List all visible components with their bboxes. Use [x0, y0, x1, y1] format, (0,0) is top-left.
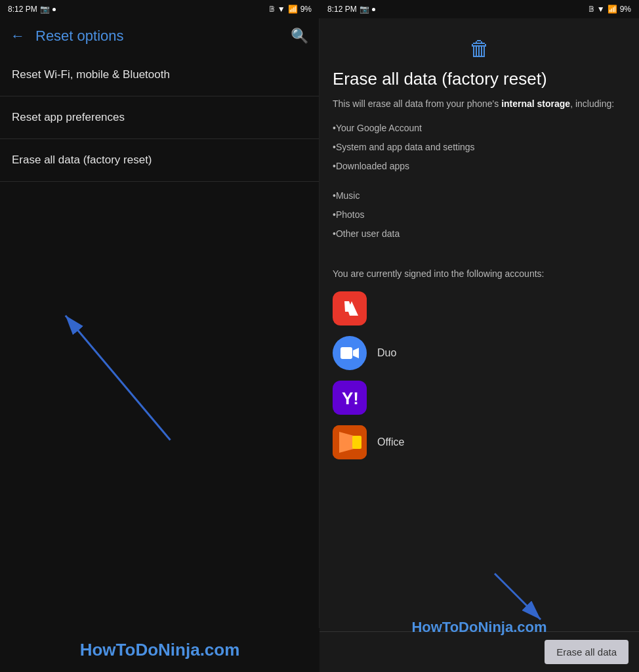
duo-icon	[333, 336, 367, 370]
right-panel: 🗑 Erase all data (factory reset) This wi…	[320, 18, 639, 672]
status-icons-left: 𝔹 ▼ 📶 9%	[267, 5, 312, 14]
signal-icon-right: 📶	[608, 5, 617, 14]
signed-in-text: You are currently signed into the follow…	[333, 267, 626, 281]
desc-start: This will erase all data from your phone…	[333, 98, 501, 109]
svg-marker-3	[353, 348, 359, 358]
menu-item-wifi[interactable]: Reset Wi-Fi, mobile & Bluetooth	[0, 54, 319, 96]
svg-rect-7	[352, 436, 361, 449]
svg-line-1	[66, 316, 171, 440]
status-bar-left: 8:12 PM 📷 𝔹 ▼ 📶 9%	[0, 0, 320, 18]
bullet-downloaded-apps: •Downloaded apps	[333, 159, 626, 173]
desc-bold: internal storage	[501, 98, 570, 109]
page-title: Reset options	[35, 28, 280, 45]
status-icons-right: 𝔹 ▼ 📶 9%	[588, 5, 631, 14]
right-content: 🗑 Erase all data (factory reset) This wi…	[320, 18, 639, 672]
left-panel: ← Reset options 🔍 Reset Wi-Fi, mobile & …	[0, 18, 320, 672]
battery-left: 9%	[300, 5, 312, 14]
section-gap-3	[333, 257, 626, 267]
bottom-bar: Erase all data	[320, 631, 639, 672]
duo-label: Duo	[377, 347, 396, 359]
section-gap	[333, 178, 626, 189]
factory-reset-title: Erase all data (factory reset)	[333, 69, 626, 89]
account-yahoo: Y!	[333, 381, 626, 415]
office-label: Office	[377, 436, 405, 448]
time-left: 8:12 PM	[8, 5, 37, 14]
trash-icon: 🗑	[469, 37, 490, 60]
adobe-icon	[333, 291, 367, 326]
yahoo-icon: Y!	[333, 381, 367, 415]
search-icon[interactable]: 🔍	[291, 28, 308, 45]
left-header: ← Reset options 🔍	[0, 18, 319, 54]
left-annotation	[0, 182, 319, 672]
account-adobe	[333, 291, 626, 326]
time-right: 8:12 PM	[327, 5, 357, 14]
section-gap-2	[333, 246, 626, 257]
status-bar-right: 8:12 PM 📷 𝔹 ▼ 📶 9%	[320, 0, 639, 18]
account-duo: Duo	[333, 336, 626, 370]
erase-all-data-button[interactable]: Erase all data	[545, 640, 629, 664]
bullet-other-user-data: •Other user data	[333, 227, 626, 241]
left-arrow-annotation	[0, 182, 319, 672]
bullet-google-account: •Your Google Account	[333, 121, 626, 135]
trash-icon-container: 🗑	[333, 37, 626, 61]
desc-end: , including:	[570, 98, 614, 109]
status-bar: 8:12 PM 📷 𝔹 ▼ 📶 9% 8:12 PM 📷 𝔹 ▼ 📶 9%	[0, 0, 639, 18]
office-icon	[333, 425, 367, 459]
factory-reset-description: This will erase all data from your phone…	[333, 97, 626, 111]
battery-right: 9%	[620, 5, 631, 14]
account-office: Office	[333, 425, 626, 459]
dot-left	[52, 8, 56, 11]
cam-icon-left: 📷	[40, 5, 50, 14]
signal-icon-left: 📶	[288, 5, 298, 14]
dot-right	[372, 8, 375, 11]
cam-icon-right: 📷	[360, 5, 369, 14]
svg-text:Y!: Y!	[342, 388, 359, 408]
status-time-left: 8:12 PM 📷	[8, 5, 56, 14]
bullet-music: •Music	[333, 189, 626, 203]
status-time-right: 8:12 PM 📷	[327, 5, 375, 14]
svg-rect-2	[340, 347, 352, 359]
bullet-photos: •Photos	[333, 208, 626, 222]
menu-item-factory-reset[interactable]: Erase all data (factory reset)	[0, 139, 319, 182]
menu-item-app-prefs[interactable]: Reset app preferences	[0, 96, 319, 139]
back-button[interactable]: ←	[10, 28, 25, 45]
bt-icon-right: 𝔹	[588, 5, 594, 14]
bullet-system-data: •System and app data and settings	[333, 140, 626, 154]
bt-icon-left: 𝔹	[267, 5, 275, 14]
watermark-left: HowToDoNinja.com	[0, 628, 320, 672]
main-content: ← Reset options 🔍 Reset Wi-Fi, mobile & …	[0, 18, 639, 672]
wifi-icon-left: ▼	[278, 5, 285, 14]
wifi-icon-right: ▼	[597, 5, 605, 14]
